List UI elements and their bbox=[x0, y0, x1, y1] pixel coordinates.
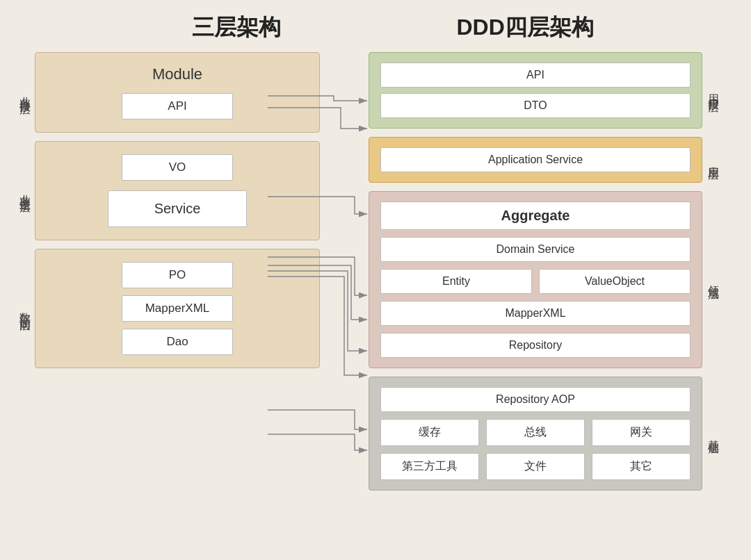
left-interface-layer: 业务接口层 Module API bbox=[14, 52, 320, 133]
dto-box: DTO bbox=[380, 93, 691, 118]
left-data-label: 数据访问层 bbox=[14, 249, 35, 368]
vo-box: VO bbox=[122, 154, 233, 181]
entity-box: Entity bbox=[380, 269, 532, 294]
left-interface-label: 业务接口层 bbox=[14, 52, 35, 133]
repository-box: Repository bbox=[380, 333, 691, 358]
bus-box: 总线 bbox=[486, 419, 585, 446]
repositoryaop-box: Repository AOP bbox=[380, 387, 691, 412]
valueobject-box: ValueObject bbox=[539, 269, 691, 294]
service-box: Service bbox=[108, 190, 247, 227]
left-data-layer: 数据访问层 PO MapperXML Dao bbox=[14, 249, 320, 368]
right-app-layer: Application Service 应用层 bbox=[369, 137, 723, 183]
cache-box: 缓存 bbox=[380, 419, 479, 446]
file-box: 文件 bbox=[486, 453, 585, 480]
right-domain-layer: Aggregate Domain Service Entity ValueObj… bbox=[369, 191, 723, 368]
dao-box: Dao bbox=[122, 329, 233, 355]
right-infra-label: 基础层 bbox=[702, 377, 723, 491]
other-box: 其它 bbox=[592, 453, 691, 480]
right-infra-layer: Repository AOP 缓存 总线 网关 第三方工具 文件 其它 基础层 bbox=[369, 377, 723, 491]
appservice-box: Application Service bbox=[380, 147, 691, 172]
module-label: Module bbox=[152, 65, 202, 83]
api-box-left: API bbox=[122, 93, 233, 120]
infra-row1: 缓存 总线 网关 bbox=[380, 419, 691, 446]
domainservice-box: Domain Service bbox=[380, 237, 691, 262]
gateway-box: 网关 bbox=[592, 419, 691, 446]
infra-row2: 第三方工具 文件 其它 bbox=[380, 453, 691, 480]
mapperxml-box-left: MapperXML bbox=[122, 295, 233, 322]
right-interface-layer: API DTO 用户接口层 bbox=[369, 52, 723, 129]
po-box: PO bbox=[122, 262, 233, 288]
right-interface-label: 用户接口层 bbox=[702, 52, 723, 129]
entity-valueobject-row: Entity ValueObject bbox=[380, 269, 691, 294]
thirdparty-box: 第三方工具 bbox=[380, 453, 479, 480]
right-app-label: 应用层 bbox=[702, 137, 723, 183]
aggregate-label: Aggregate bbox=[380, 201, 691, 230]
mapperxml-box-right: MapperXML bbox=[380, 301, 691, 326]
left-logic-label: 业务逻辑层 bbox=[14, 141, 35, 240]
right-domain-label: 领域层 bbox=[702, 191, 723, 368]
title-right: DDD四层架构 bbox=[456, 13, 593, 43]
left-logic-layer: 业务逻辑层 VO Service bbox=[14, 141, 320, 240]
api-box-right: API bbox=[380, 63, 691, 88]
title-left: 三层架构 bbox=[192, 13, 281, 43]
